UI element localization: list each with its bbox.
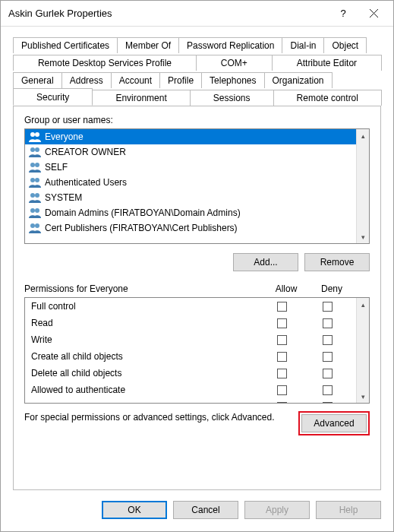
tab-dial-in[interactable]: Dial-in [282,37,324,53]
principal-label: Domain Admins (FIRATBOYAN\Domain Admins) [45,207,241,218]
allow-checkbox[interactable] [277,369,287,378]
principal-label: Cert Publishers (FIRATBOYAN\Cert Publish… [45,223,238,233]
scroll-up-icon[interactable]: ▴ [357,129,369,142]
principal-item[interactable]: SELF [25,160,356,175]
svg-point-2 [30,132,35,137]
permission-row: Create all child objects [25,348,356,365]
deny-checkbox[interactable] [323,302,333,312]
tab-profile[interactable]: Profile [159,72,202,88]
principal-item[interactable]: SYSTEM [25,190,356,205]
svg-point-5 [35,147,39,152]
group-icon [28,222,42,234]
tab-security[interactable]: Security [13,88,93,106]
security-tab-panel: Group or user names: Everyone CREATOR OW… [13,106,381,490]
help-button[interactable]: ? [328,3,358,24]
permissions-listbox[interactable]: Full controlReadWriteCreate all child ob… [24,297,370,404]
principal-item[interactable]: Cert Publishers (FIRATBOYAN\Cert Publish… [25,220,356,236]
permissions-scrollbar[interactable]: ▴ ▾ [356,298,369,403]
tab-rds-profile[interactable]: Remote Desktop Services Profile [13,55,197,71]
scroll-down-icon[interactable]: ▾ [357,230,369,243]
svg-point-12 [30,208,35,213]
deny-checkbox[interactable] [323,369,333,378]
apply-button[interactable]: Apply [244,501,310,519]
help-dialog-button[interactable]: Help [316,501,381,519]
principals-scrollbar[interactable]: ▴ ▾ [356,129,369,243]
tab-general[interactable]: General [13,72,62,88]
principal-label: Everyone [45,131,84,142]
advanced-button[interactable]: Advanced [301,414,367,432]
scroll-down-icon[interactable]: ▾ [357,390,369,403]
permission-row: Read [25,315,356,331]
deny-checkbox[interactable] [323,385,333,395]
tab-attribute-editor[interactable]: Attribute Editor [272,55,382,71]
permission-label: Read [31,318,259,328]
principal-item[interactable]: Domain Admins (FIRATBOYAN\Domain Admins) [25,205,356,220]
principals-listbox[interactable]: Everyone CREATOR OWNER SELF Authenticate… [24,128,370,244]
question-icon: ? [340,8,345,19]
tab-published-certificates[interactable]: Published Certificates [13,37,118,53]
principal-item[interactable]: Everyone [25,129,356,144]
svg-point-13 [35,208,39,213]
group-icon [28,146,42,158]
group-icon [28,207,42,219]
properties-dialog: Askin Gurlek Properties ? Published Cert… [0,0,394,532]
deny-checkbox[interactable] [323,318,333,328]
permissions-title: Permissions for Everyone [24,283,263,294]
permission-row: Allowed to authenticate [25,382,356,398]
tab-address[interactable]: Address [61,72,112,88]
permission-row: Write [25,331,356,348]
group-icon [28,176,42,188]
permission-label: Allowed to authenticate [31,385,259,395]
permission-label: Change password [31,401,259,403]
allow-checkbox[interactable] [277,302,287,312]
special-permissions-text: For special permissions or advanced sett… [24,411,291,423]
tab-strip: Published Certificates Member Of Passwor… [13,36,381,106]
allow-checkbox[interactable] [277,385,287,395]
tab-organization[interactable]: Organization [264,72,333,88]
deny-checkbox[interactable] [323,352,333,362]
close-icon [370,9,378,17]
principal-label: CREATOR OWNER [45,147,126,157]
group-icon [28,192,42,204]
close-button[interactable] [358,3,389,24]
permission-row: Delete all child objects [25,365,356,382]
deny-checkbox[interactable] [323,402,333,403]
remove-button[interactable]: Remove [304,253,370,271]
tab-environment[interactable]: Environment [92,90,190,106]
tab-account[interactable]: Account [111,72,160,88]
tab-object[interactable]: Object [323,37,367,53]
tab-sessions[interactable]: Sessions [190,90,274,106]
permission-label: Full control [31,301,259,312]
principal-label: SYSTEM [45,192,82,203]
tab-com-plus[interactable]: COM+ [196,55,273,71]
allow-checkbox[interactable] [277,335,287,345]
scroll-up-icon[interactable]: ▴ [357,298,369,311]
tab-remote-control[interactable]: Remote control [273,90,382,106]
allow-col-header: Allow [263,283,309,294]
permission-row: Change password [25,398,356,403]
principal-label: SELF [45,162,68,173]
add-button[interactable]: Add... [233,253,298,271]
allow-checkbox[interactable] [277,318,287,328]
dialog-buttons: OK Cancel Apply Help [1,492,393,531]
permission-label: Write [31,334,259,345]
cancel-button[interactable]: Cancel [173,501,238,519]
content-area: Published Certificates Member Of Passwor… [1,27,393,492]
allow-checkbox[interactable] [277,402,287,403]
principal-item[interactable]: Authenticated Users [25,175,356,190]
tab-password-replication[interactable]: Password Replication [178,37,282,53]
deny-checkbox[interactable] [323,335,333,345]
permission-row: Full control [25,298,356,315]
tab-member-of[interactable]: Member Of [117,37,179,53]
advanced-highlight: Advanced [298,411,370,435]
principal-label: Authenticated Users [45,177,127,188]
tab-telephones[interactable]: Telephones [201,72,264,88]
permissions-header: Permissions for Everyone Allow Deny [24,283,370,294]
deny-col-header: Deny [309,283,355,294]
principal-item[interactable]: CREATOR OWNER [25,144,356,160]
permission-label: Create all child objects [31,351,259,362]
svg-point-14 [30,223,35,228]
ok-button[interactable]: OK [102,501,167,519]
svg-point-3 [35,132,39,137]
allow-checkbox[interactable] [277,352,287,362]
